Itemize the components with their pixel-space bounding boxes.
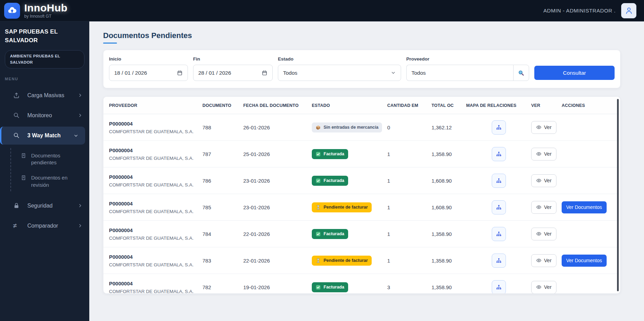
proveedor-code: P0000004 bbox=[109, 254, 202, 260]
column-header-ver: VER bbox=[531, 103, 562, 108]
ver-button[interactable]: Ver bbox=[531, 201, 556, 214]
estado-field: Estado Todos bbox=[278, 56, 401, 81]
estado-badge: Facturada bbox=[312, 149, 348, 159]
sidebar-item-documentos-pendientes[interactable]: Documentos pendientes bbox=[0, 148, 89, 171]
sidebar-item-label: Carga Masivas bbox=[27, 92, 70, 99]
chevron-down-icon bbox=[74, 133, 78, 138]
mapa-cell bbox=[466, 174, 531, 188]
navbar-right: ADMIN - ADMINISTRADOR . bbox=[543, 3, 636, 18]
mapa-relaciones-button[interactable] bbox=[492, 147, 506, 161]
inicio-label: Inicio bbox=[109, 56, 188, 62]
estado-text: Facturada bbox=[324, 178, 344, 183]
check-icon bbox=[316, 231, 321, 237]
sidebar-item-documentos-en-revision[interactable]: Documentos en revisión bbox=[0, 170, 89, 193]
estado-badge: Facturada bbox=[312, 229, 348, 239]
estado-badge: Facturada bbox=[312, 176, 348, 186]
sidebar-item-carga-masivas[interactable]: Carga Masivas bbox=[0, 86, 89, 104]
three-way-match-submenu: Documentos pendientes Documentos en revi… bbox=[0, 147, 89, 195]
ver-button[interactable]: Ver bbox=[531, 281, 556, 294]
menu-section-label: MENU bbox=[0, 68, 89, 84]
proveedor-input[interactable] bbox=[406, 65, 513, 81]
check-icon bbox=[316, 178, 321, 183]
ver-button-label: Ver bbox=[544, 178, 552, 183]
acciones-cell: Ver Documentos bbox=[562, 201, 615, 213]
proveedor-code: P0000004 bbox=[109, 147, 202, 153]
estado-badge: Pendiente de facturar bbox=[312, 256, 372, 266]
estado-selected-value: Todos bbox=[283, 70, 297, 76]
chevron-right-icon bbox=[78, 93, 82, 98]
proveedor-name: COMFORTSTAR DE GUATEMALA, S.A. bbox=[109, 209, 202, 214]
sitemap-icon bbox=[496, 178, 502, 184]
estado-text: Sin entradas de mercancía bbox=[324, 125, 378, 130]
hourglass-icon bbox=[316, 258, 321, 263]
fin-date-input[interactable]: 28 / 01 / 2026 bbox=[193, 65, 273, 81]
sidebar-item-seguridad[interactable]: Seguridad bbox=[0, 197, 89, 215]
documents-table: PROVEEDOR DOCUMENTO FECHA DEL DOCUMENTO … bbox=[103, 97, 620, 294]
ver-button[interactable]: Ver bbox=[531, 148, 556, 160]
sidebar-item-label: Comparador bbox=[27, 223, 70, 229]
user-label: ADMIN - ADMINISTRADOR . bbox=[543, 8, 616, 13]
proveedor-label: Proveedor bbox=[406, 56, 529, 62]
mapa-relaciones-button[interactable] bbox=[492, 174, 506, 188]
receipt-icon bbox=[21, 175, 26, 181]
table-scrollbar[interactable] bbox=[617, 99, 619, 291]
consultar-button[interactable]: Consultar bbox=[534, 66, 615, 80]
ver-documentos-button[interactable]: Ver Documentos bbox=[562, 201, 607, 213]
fecha-cell: 23-01-2026 bbox=[243, 178, 312, 184]
mapa-relaciones-button[interactable] bbox=[492, 227, 506, 241]
ver-button[interactable]: Ver bbox=[531, 228, 556, 240]
estado-text: Pendiente de facturar bbox=[324, 205, 368, 210]
hourglass-icon bbox=[316, 205, 321, 210]
mapa-relaciones-button[interactable] bbox=[492, 280, 506, 294]
fin-field: Fin 28 / 01 / 2026 bbox=[193, 56, 273, 81]
ver-cell: Ver bbox=[531, 174, 562, 187]
filter-panel: Inicio 18 / 01 / 2026 Fin 28 / 01 / 2026 bbox=[103, 50, 620, 88]
sitemap-icon bbox=[496, 125, 502, 130]
search-icon bbox=[13, 112, 20, 119]
user-menu-button[interactable] bbox=[621, 3, 636, 18]
eye-icon bbox=[536, 284, 542, 290]
ver-cell: Ver bbox=[531, 281, 562, 294]
sidebar-item-monitoreo[interactable]: Monitoreo bbox=[0, 107, 89, 125]
eye-icon bbox=[536, 258, 542, 263]
sitemap-icon bbox=[496, 258, 502, 264]
search-icon bbox=[13, 132, 20, 139]
mapa-relaciones-button[interactable] bbox=[492, 254, 506, 268]
estado-cell: Sin entradas de mercancía bbox=[312, 122, 387, 132]
estado-badge: Facturada bbox=[312, 282, 348, 292]
ver-button-label: Ver bbox=[544, 204, 552, 210]
ver-button[interactable]: Ver bbox=[531, 174, 556, 187]
column-header-proveedor: PROVEEDOR bbox=[109, 103, 202, 108]
estado-cell: Facturada bbox=[312, 149, 387, 159]
cantidad-em-cell: 1 bbox=[387, 258, 432, 264]
mapa-relaciones-button[interactable] bbox=[492, 200, 506, 214]
proveedor-name: COMFORTSTAR DE GUATEMALA, S.A. bbox=[109, 156, 202, 161]
ver-documentos-button[interactable]: Ver Documentos bbox=[562, 255, 607, 267]
eye-icon bbox=[536, 151, 542, 157]
estado-text: Pendiente de facturar bbox=[324, 258, 368, 263]
inicio-date-input[interactable]: 18 / 01 / 2026 bbox=[109, 65, 188, 81]
cantidad-em-cell: 1 bbox=[387, 178, 432, 184]
ver-button[interactable]: Ver bbox=[531, 254, 556, 267]
estado-badge: Pendiente de facturar bbox=[312, 202, 372, 212]
sidebar-item-3-way-match[interactable]: 3 Way Match bbox=[0, 127, 85, 145]
table-body: P0000004 COMFORTSTAR DE GUATEMALA, S.A. … bbox=[103, 114, 620, 294]
receipt-icon bbox=[21, 153, 26, 158]
calendar-icon[interactable] bbox=[262, 70, 267, 76]
total-oc-cell: 1,358.90 bbox=[432, 284, 466, 290]
ver-button[interactable]: Ver bbox=[531, 121, 556, 134]
documento-cell: 784 bbox=[202, 231, 243, 237]
calendar-icon[interactable] bbox=[177, 70, 183, 76]
estado-select[interactable]: Todos bbox=[278, 65, 401, 81]
documento-cell: 788 bbox=[202, 125, 243, 130]
proveedor-search-button[interactable] bbox=[513, 65, 529, 81]
fin-date-value: 28 / 01 / 2026 bbox=[198, 70, 231, 76]
estado-cell: Facturada bbox=[312, 282, 387, 292]
ver-button-label: Ver bbox=[544, 258, 552, 263]
sidebar-item-comparador[interactable]: ≠ Comparador bbox=[0, 217, 89, 235]
table-row: P0000004 COMFORTSTAR DE GUATEMALA, S.A. … bbox=[103, 167, 620, 194]
proveedor-name: COMFORTSTAR DE GUATEMALA, S.A. bbox=[109, 129, 202, 134]
cantidad-em-cell: 3 bbox=[387, 284, 432, 290]
total-oc-cell: 1,358.90 bbox=[432, 258, 466, 264]
mapa-relaciones-button[interactable] bbox=[492, 120, 506, 135]
